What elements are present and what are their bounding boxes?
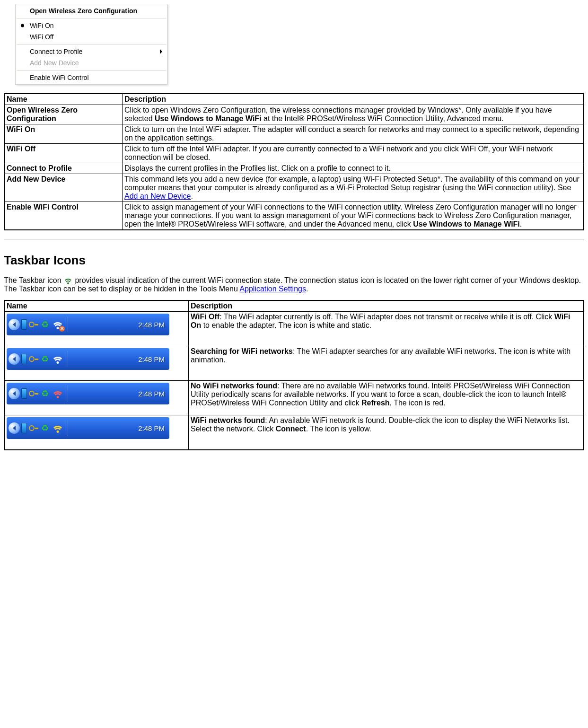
col-header-name: Name: [4, 94, 123, 105]
table-row: 2:48 PM Searching for WiFi networks: The…: [4, 346, 584, 381]
tray-clock: 2:48 PM: [138, 321, 165, 329]
table-row: Enable WiFi Control Click to assign mana…: [4, 202, 584, 230]
context-menu: Open Wireless Zero Configuration WiFi On…: [15, 4, 167, 85]
table-row: WiFi On Click to turn on the Intel WiFi …: [4, 124, 584, 144]
menu-item-add-device: Add New Device: [16, 57, 167, 69]
table-row: Connect to Profile Displays the current …: [4, 163, 584, 174]
tray-device-icon[interactable]: [21, 354, 27, 364]
tray-device-icon[interactable]: [21, 388, 27, 399]
tray-recycle-icon[interactable]: [40, 354, 50, 364]
tray-recycle-icon[interactable]: [40, 389, 50, 398]
section-separator: [4, 239, 584, 240]
menu-item-wifi-off[interactable]: WiFi Off: [16, 31, 167, 43]
menu-item-open-wzc[interactable]: Open Wireless Zero Configuration: [16, 5, 167, 17]
col-header-name: Name: [4, 300, 189, 312]
tray-expand-icon[interactable]: [9, 353, 20, 365]
submenu-arrow-icon: [160, 49, 162, 54]
tray-clock: 2:48 PM: [138, 424, 165, 432]
menu-separator: [17, 18, 166, 18]
system-tray: 2:48 PM: [7, 417, 169, 439]
table-row: Add New Device This command lets you add…: [4, 174, 584, 202]
tray-keys-icon[interactable]: [29, 389, 38, 398]
tray-recycle-icon[interactable]: [40, 423, 50, 433]
taskbar-icons-table: Name Description 2:48 PM WiFi Off: The W…: [4, 300, 584, 450]
wifi-none-icon[interactable]: [52, 388, 63, 399]
add-device-link[interactable]: Add an New Device: [124, 192, 191, 200]
col-header-desc: Description: [189, 300, 584, 312]
tray-keys-icon[interactable]: [29, 354, 38, 364]
application-settings-link[interactable]: Application Settings: [239, 285, 306, 293]
system-tray: 2:48 PM: [7, 314, 169, 335]
inline-wifi-icon: [63, 277, 73, 284]
system-tray: 2:48 PM: [7, 383, 169, 404]
taskbar-intro-paragraph: The Taskbar icon provides visual indicat…: [4, 276, 584, 293]
wifi-searching-icon[interactable]: [52, 353, 63, 365]
heading-taskbar-icons: Taskbar Icons: [4, 253, 584, 268]
bullet-icon: [21, 24, 24, 27]
tray-expand-icon[interactable]: [9, 319, 20, 330]
tray-clock: 2:48 PM: [138, 390, 165, 398]
menu-commands-table: Name Description Open Wireless Zero Conf…: [4, 93, 584, 230]
table-row: 2:48 PM WiFi networks found: An availabl…: [4, 415, 584, 450]
wifi-off-icon[interactable]: [52, 319, 63, 330]
table-row: 2:48 PM WiFi Off: The WiFi adapter curre…: [4, 312, 584, 346]
menu-separator: [17, 70, 166, 70]
tray-recycle-icon[interactable]: [40, 320, 50, 329]
table-row: Open Wireless Zero Configuration Click t…: [4, 105, 584, 124]
tray-expand-icon[interactable]: [9, 388, 20, 399]
menu-item-connect-profile[interactable]: Connect to Profile: [16, 46, 167, 57]
table-row: WiFi Off Click to turn off the Intel WiF…: [4, 144, 584, 163]
menu-item-enable-control[interactable]: Enable WiFi Control: [16, 72, 167, 83]
menu-item-wifi-on[interactable]: WiFi On: [16, 20, 167, 31]
tray-expand-icon[interactable]: [9, 422, 20, 434]
table-row: 2:48 PM No WiFi networks found: There ar…: [4, 381, 584, 415]
tray-clock: 2:48 PM: [138, 355, 165, 363]
system-tray: 2:48 PM: [7, 348, 169, 370]
tray-device-icon[interactable]: [21, 319, 27, 330]
menu-separator: [17, 44, 166, 44]
tray-keys-icon[interactable]: [29, 423, 38, 433]
wifi-found-icon[interactable]: [52, 422, 63, 434]
tray-device-icon[interactable]: [21, 423, 27, 433]
tray-keys-icon[interactable]: [29, 320, 38, 329]
col-header-desc: Description: [123, 94, 584, 105]
